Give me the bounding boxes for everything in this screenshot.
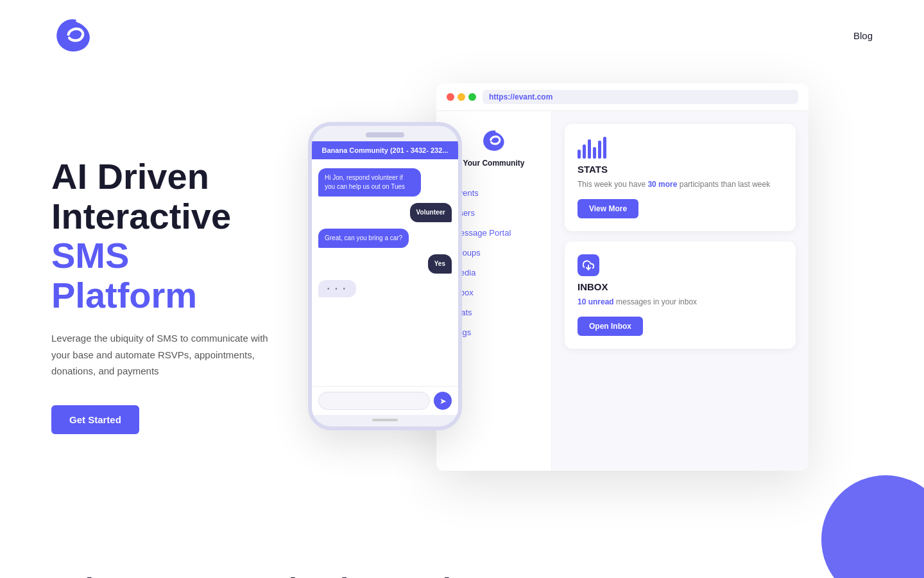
- bar6: [603, 137, 606, 159]
- browser-content: Your Community Events Users Message Port…: [436, 111, 809, 471]
- bottom-title-part1: Take your organi: [51, 572, 297, 578]
- phone-msg-4: Yes: [428, 254, 452, 274]
- decorative-circle: [821, 475, 924, 578]
- dot-green[interactable]: [468, 93, 476, 101]
- nav-links: Blog: [853, 30, 873, 41]
- bar1: [578, 150, 581, 159]
- url-suffix: .com: [535, 92, 552, 101]
- bar2: [583, 144, 586, 159]
- sidebar-logo-icon: [480, 127, 508, 155]
- browser-dots: [447, 93, 476, 101]
- browser-window: https://evant.com Your Community Events …: [436, 83, 809, 471]
- phone-msg-2: Volunteer: [410, 203, 452, 222]
- phone-notch: [366, 132, 404, 137]
- phone-send-btn[interactable]: ➤: [434, 392, 452, 410]
- hero-section: AI Driven Interactive SMS Platform Lever…: [0, 71, 924, 533]
- inbox-highlight: 10 unread: [578, 297, 614, 306]
- dot-red[interactable]: [447, 93, 454, 101]
- browser-url: https://evant.com: [483, 90, 798, 104]
- sidebar-community-name: Your Community: [463, 159, 525, 168]
- inbox-open-button[interactable]: Open Inbox: [578, 317, 643, 336]
- logo: [51, 13, 96, 58]
- bottom-title: Take your organization to the: [51, 572, 873, 578]
- phone-msg-1: Hi Jon, respond volunteer if you can hel…: [318, 168, 421, 197]
- phone-home-indicator: [372, 419, 398, 421]
- dot-yellow[interactable]: [458, 93, 465, 101]
- stats-view-more-button[interactable]: View More: [578, 199, 638, 218]
- bottom-section: Take your organization to the: [0, 533, 924, 578]
- hero-subtitle: Leverage the ubiquity of SMS to communic…: [51, 330, 270, 380]
- stats-desc-prefix: This week you have: [578, 180, 647, 189]
- phone-msg-3: Great, can you bring a car?: [318, 229, 409, 248]
- demo-area: Banana Community (201 - 3432- 232... Hi …: [308, 83, 898, 430]
- nav-blog[interactable]: Blog: [853, 30, 873, 41]
- phone-messages: Hi Jon, respond volunteer if you can hel…: [312, 159, 458, 386]
- stats-desc-suffix: participants than last week: [677, 180, 770, 189]
- inbox-description: 10 unread messages in your inbox: [578, 296, 783, 308]
- phone-typing: • • •: [318, 280, 356, 297]
- navbar: Blog: [0, 0, 924, 71]
- bar4: [593, 147, 596, 159]
- app-main: STATS This week you have 30 more partici…: [552, 111, 809, 471]
- inbox-icon: [578, 254, 599, 276]
- logo-icon: [51, 13, 96, 58]
- stats-title: STATS: [578, 164, 783, 175]
- url-prefix: https://: [489, 92, 515, 101]
- phone-mockup: Banana Community (201 - 3432- 232... Hi …: [308, 122, 462, 430]
- phone-input-field[interactable]: [318, 392, 430, 410]
- inbox-title: INBOX: [578, 281, 783, 292]
- url-domain: evant: [515, 92, 535, 101]
- stats-highlight: 30 more: [647, 180, 677, 189]
- stats-description: This week you have 30 more participants …: [578, 179, 783, 190]
- phone-input-bar: ➤: [312, 386, 458, 415]
- inbox-arrow-icon: [583, 259, 594, 271]
- stats-bars-icon: [578, 137, 783, 159]
- get-started-button[interactable]: Get Started: [51, 405, 139, 434]
- browser-toolbar: https://evant.com: [436, 83, 809, 111]
- bar5: [598, 141, 601, 159]
- bottom-title-part2: zation to the: [297, 572, 479, 578]
- bar3: [588, 139, 591, 159]
- phone-header: Banana Community (201 - 3432- 232...: [312, 141, 458, 159]
- inbox-desc-suffix: messages in your inbox: [614, 297, 697, 306]
- inbox-card: INBOX 10 unread messages in your inbox O…: [565, 241, 796, 349]
- stats-card: STATS This week you have 30 more partici…: [565, 124, 796, 231]
